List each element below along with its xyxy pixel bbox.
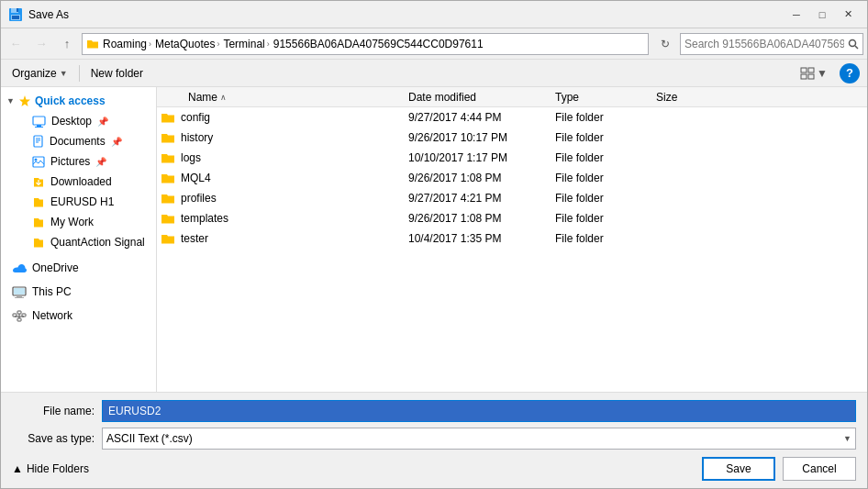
search-box (680, 33, 863, 55)
address-segment-metaquotes: MetaQuotes› (155, 38, 219, 50)
table-row[interactable]: logs 10/10/2017 1:17 PM File folder (157, 148, 867, 168)
cancel-button[interactable]: Cancel (783, 457, 856, 481)
sidebar-item-onedrive[interactable]: OneDrive (1, 258, 156, 278)
up-button[interactable]: ↑ (56, 33, 78, 55)
sidebar-group-quick-access[interactable]: ▼ Quick access (1, 91, 156, 111)
quantaction-sidebar-icon (32, 237, 45, 249)
pictures-sidebar-icon (32, 156, 45, 168)
savetype-arrow-icon: ▼ (843, 434, 851, 443)
folder-row-icon (161, 193, 175, 205)
downloaded-sidebar-icon (32, 176, 45, 188)
save-button[interactable]: Save (702, 457, 775, 481)
command-bar: Organize ▼ New folder ▼ ? (1, 60, 867, 87)
sidebar-item-pictures[interactable]: Pictures 📌 (1, 151, 156, 172)
filename-input[interactable] (102, 400, 856, 422)
svg-rect-24 (15, 297, 24, 298)
address-segment-roaming: Roaming› (103, 38, 151, 50)
organize-button[interactable]: Organize ▼ (8, 65, 72, 82)
svg-point-20 (35, 158, 38, 161)
table-row[interactable]: templates 9/26/2017 1:08 PM File folder (157, 208, 867, 228)
savetype-select[interactable]: ASCII Text (*.csv) ▼ (102, 428, 856, 450)
file-type: File folder (555, 172, 656, 184)
file-name-text: MQL4 (181, 172, 211, 184)
col-size-header[interactable]: Size (656, 91, 729, 104)
sidebar-item-thispc[interactable]: This PC (1, 282, 156, 302)
save-label: Save (726, 462, 751, 475)
computer-icon (12, 286, 27, 298)
sidebar-item-downloaded[interactable]: Downloaded (1, 172, 156, 192)
savetype-value: ASCII Text (*.csv) (106, 432, 843, 445)
new-folder-button[interactable]: New folder (87, 65, 147, 82)
folder-row-icon (161, 152, 175, 164)
network-icon (12, 310, 27, 322)
title-bar-left: Save As (8, 7, 69, 22)
sidebar-mywork-label: My Work (50, 216, 94, 228)
file-date: 9/26/2017 1:08 PM (408, 172, 555, 184)
svg-rect-10 (808, 74, 814, 79)
close-button[interactable]: ✕ (836, 6, 860, 24)
filename-label: File name: (12, 405, 95, 417)
title-bar: Save As ─ □ ✕ (1, 1, 867, 28)
file-list-header: Name ∧ Date modified Type Size (157, 87, 867, 107)
svg-rect-15 (34, 136, 42, 147)
file-name-text: history (181, 131, 213, 144)
svg-rect-29 (17, 318, 21, 321)
address-bar[interactable]: Roaming› MetaQuotes› Terminal› 915566BA0… (82, 33, 649, 55)
file-date: 10/10/2017 1:17 PM (408, 151, 555, 164)
file-type: File folder (555, 131, 656, 144)
maximize-button[interactable]: □ (810, 6, 834, 24)
sidebar-item-documents[interactable]: Documents 📌 (1, 131, 156, 151)
svg-rect-7 (801, 68, 807, 72)
col-date-header[interactable]: Date modified (408, 91, 555, 104)
folder-row-icon (161, 132, 175, 144)
help-button[interactable]: ? (840, 63, 860, 83)
pin-desktop-icon: 📌 (97, 117, 108, 127)
table-row[interactable]: config 9/27/2017 4:44 PM File folder (157, 107, 867, 128)
bottom-actions: ▲ Hide Folders Save Cancel (12, 455, 856, 481)
address-segment-hash: 915566BA06ADA407569C544CC0D97611 (273, 38, 484, 50)
sidebar-item-eurusd[interactable]: EURUSD H1 (1, 192, 156, 212)
col-type-header[interactable]: Type (555, 91, 656, 104)
col-name-header[interactable]: Name ∧ (161, 91, 408, 104)
hide-folders-chevron-icon: ▲ (12, 462, 23, 475)
svg-rect-8 (808, 68, 814, 72)
svg-line-6 (855, 46, 858, 49)
back-button[interactable]: ← (5, 33, 27, 55)
svg-rect-27 (17, 311, 21, 314)
pin-documents-icon: 📌 (111, 137, 122, 147)
quick-access-icon (18, 94, 31, 107)
svg-rect-2 (17, 8, 18, 12)
folder-row-icon (161, 172, 175, 184)
save-as-dialog: Save As ─ □ ✕ ← → ↑ Roaming› MetaQuotes›… (0, 0, 868, 489)
mywork-sidebar-icon (32, 217, 45, 228)
view-options-button[interactable]: ▼ (796, 64, 832, 83)
cancel-label: Cancel (802, 462, 836, 475)
folder-row-icon (161, 213, 175, 225)
table-row[interactable]: profiles 9/27/2017 4:21 PM File folder (157, 188, 867, 208)
sidebar-item-desktop[interactable]: Desktop 📌 (1, 111, 156, 131)
file-name-text: config (181, 111, 210, 124)
eurusd-sidebar-icon (32, 196, 45, 208)
sidebar-network-label: Network (32, 309, 72, 322)
bottom-bar: File name: Save as type: ASCII Text (*.c… (1, 392, 867, 488)
svg-rect-9 (801, 74, 807, 79)
filename-row: File name: (12, 400, 856, 422)
folder-row-icon (161, 233, 175, 245)
sidebar-item-mywork[interactable]: My Work (1, 212, 156, 232)
hide-folders-button[interactable]: ▲ Hide Folders (12, 462, 89, 475)
forward-button[interactable]: → (30, 33, 52, 55)
sidebar-item-quantaction[interactable]: QuantAction Signal (1, 232, 156, 252)
table-row[interactable]: history 9/26/2017 10:17 PM File folder (157, 128, 867, 148)
pin-pictures-icon: 📌 (95, 157, 106, 167)
minimize-button[interactable]: ─ (785, 6, 808, 24)
table-row[interactable]: MQL4 9/26/2017 1:08 PM File folder (157, 168, 867, 188)
onedrive-icon (12, 262, 27, 273)
desktop-sidebar-icon (32, 116, 46, 128)
svg-rect-4 (12, 16, 19, 19)
sidebar-item-network[interactable]: Network (1, 306, 156, 326)
file-type: File folder (555, 151, 656, 164)
search-input[interactable] (684, 38, 844, 50)
file-name-text: logs (181, 151, 201, 164)
refresh-button[interactable]: ↻ (654, 33, 676, 55)
table-row[interactable]: tester 10/4/2017 1:35 PM File folder (157, 228, 867, 249)
